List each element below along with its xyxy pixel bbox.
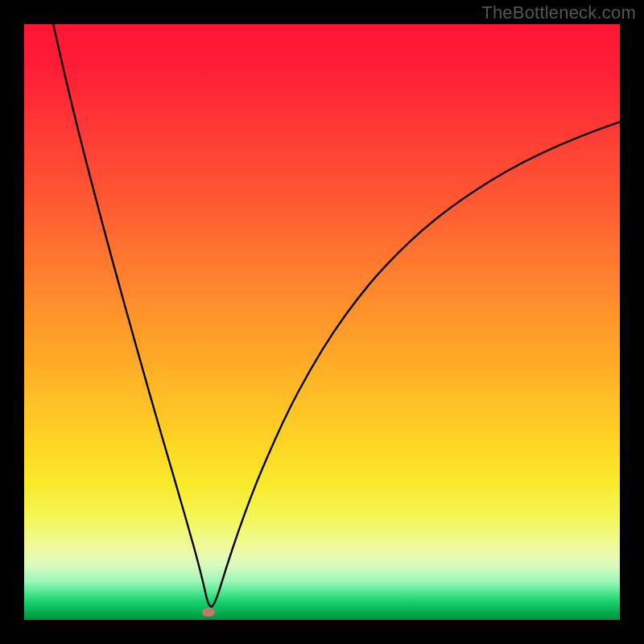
plot-area: [24, 24, 620, 620]
curve-svg: [24, 24, 620, 620]
bottleneck-curve-path: [48, 24, 620, 607]
optimal-marker: [202, 608, 215, 617]
watermark-text: TheBottleneck.com: [481, 2, 636, 23]
chart-frame: TheBottleneck.com: [0, 0, 644, 644]
